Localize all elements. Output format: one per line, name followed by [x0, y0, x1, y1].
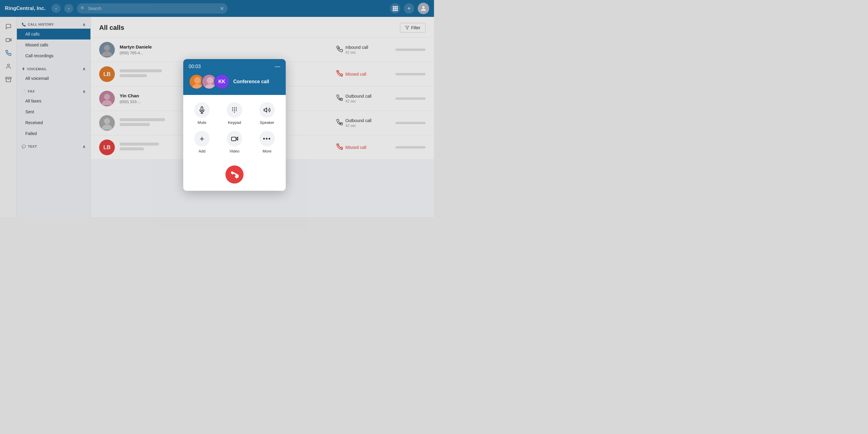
call-info: Martyn Daniele (650) 765-4...	[120, 44, 332, 55]
add-button[interactable]: + Add	[189, 131, 215, 153]
call-timer: 00:03	[189, 64, 201, 69]
section-call-history-label: 📞CALL HISTORY	[22, 23, 54, 27]
mute-label: Mute	[198, 120, 207, 125]
rail-archive[interactable]	[2, 73, 14, 86]
call-type-label: Missed call	[345, 145, 366, 150]
video-icon	[227, 131, 242, 147]
section-call-history: 📞CALL HISTORY ∧	[17, 19, 90, 29]
grid-button[interactable]	[390, 3, 400, 13]
keypad-button[interactable]: Keypad	[221, 102, 248, 125]
rail-chat[interactable]	[2, 21, 14, 33]
table-row[interactable]: Martyn Daniele (650) 765-4... Inbound ca…	[91, 38, 434, 62]
add-button[interactable]: +	[404, 3, 414, 13]
missed-call-icon	[336, 70, 343, 79]
collapse-fax-icon[interactable]: ∧	[83, 89, 86, 94]
placeholder	[120, 123, 150, 126]
placeholder	[120, 143, 159, 146]
avatar: LB	[99, 140, 115, 155]
section-text: 💬TEXT ∧	[17, 141, 90, 151]
search-input[interactable]	[88, 6, 218, 11]
sidebar-item-received[interactable]: Received	[17, 117, 90, 128]
sidebar-item-call-recordings[interactable]: Call recordings	[17, 50, 90, 61]
svg-point-21	[104, 118, 110, 124]
svg-point-12	[7, 64, 9, 66]
back-button[interactable]: ‹	[52, 4, 61, 13]
section-fax-label: 📄FAX	[22, 90, 35, 93]
svg-rect-4	[395, 8, 396, 9]
mute-icon	[194, 102, 210, 118]
call-type-info: Inbound call 42 sec	[345, 45, 368, 55]
sidebar-item-all-faxes[interactable]: All faxes	[17, 96, 90, 106]
svg-rect-3	[393, 8, 394, 9]
placeholder	[120, 74, 147, 77]
sidebar: 📞CALL HISTORY ∧ All calls Missed calls C…	[17, 17, 91, 217]
call-duration-bar	[396, 49, 426, 51]
svg-rect-7	[395, 10, 396, 11]
sidebar-item-all-calls[interactable]: All calls	[17, 29, 90, 39]
topbar-right: +	[390, 3, 429, 14]
call-detail: Missed call	[336, 70, 391, 79]
collapse-text-icon[interactable]: ∧	[83, 144, 86, 149]
call-type-icon	[336, 46, 343, 54]
end-call-button[interactable]	[225, 165, 244, 184]
more-label: More	[262, 149, 272, 153]
section-text-label: 💬TEXT	[22, 145, 37, 149]
missed-call-icon	[336, 144, 343, 152]
collapse-voicemail-icon[interactable]: ∧	[83, 67, 86, 71]
mute-button[interactable]: Mute	[189, 102, 215, 125]
svg-point-35	[234, 110, 235, 111]
svg-point-29	[234, 107, 235, 108]
call-detail: Inbound call 42 sec	[336, 45, 391, 55]
avatar	[99, 91, 115, 106]
sidebar-item-sent[interactable]: Sent	[17, 106, 90, 117]
svg-rect-0	[393, 6, 394, 7]
sidebar-item-failed[interactable]: Failed	[17, 128, 90, 139]
svg-point-34	[232, 110, 233, 111]
rail-contacts[interactable]	[2, 60, 14, 72]
clear-search-icon[interactable]: ✕	[220, 6, 224, 11]
svg-point-24	[194, 77, 201, 84]
placeholder	[120, 147, 144, 150]
rail-phone[interactable]	[2, 47, 14, 59]
call-type-icon	[336, 119, 343, 127]
add-label: Add	[198, 149, 205, 153]
call-detail: Outbound call 42 sec	[336, 94, 391, 103]
svg-rect-39	[231, 137, 236, 141]
conference-popup: 00:03 — KK Conference call Mute	[183, 59, 286, 191]
end-call-row	[183, 161, 286, 191]
keypad-label: Keypad	[228, 120, 241, 125]
video-label: Video	[229, 149, 239, 153]
sidebar-item-missed-calls[interactable]: Missed calls	[17, 39, 90, 50]
icon-rail	[0, 17, 17, 217]
section-voicemail-label: 🎙VOICEMAIL	[22, 67, 47, 71]
svg-point-32	[234, 109, 235, 110]
participant-3-avatar: KK	[214, 74, 230, 90]
call-type-info: Missed call	[345, 145, 366, 150]
rail-video[interactable]	[2, 34, 14, 46]
call-type-label: Missed call	[345, 72, 366, 76]
svg-point-9	[422, 6, 425, 8]
section-fax: 📄FAX ∧	[17, 86, 90, 96]
minimize-button[interactable]: —	[275, 63, 280, 70]
svg-rect-10	[6, 38, 10, 41]
more-button[interactable]: ••• More	[254, 131, 280, 153]
svg-rect-8	[396, 10, 398, 11]
video-button[interactable]: Video	[221, 131, 248, 153]
speaker-icon	[259, 102, 275, 118]
user-avatar[interactable]	[418, 3, 429, 14]
forward-button[interactable]: ›	[64, 4, 73, 13]
section-voicemail: 🎙VOICEMAIL ∧	[17, 64, 90, 73]
call-detail: Missed call	[336, 144, 391, 152]
avatar	[99, 115, 115, 131]
speaker-button[interactable]: Speaker	[254, 102, 280, 125]
svg-point-25	[207, 77, 213, 84]
svg-point-28	[232, 107, 233, 108]
svg-rect-5	[396, 8, 398, 9]
keypad-icon	[227, 102, 242, 118]
avatar: LB	[99, 66, 115, 82]
collapse-call-history-icon[interactable]: ∧	[83, 22, 86, 27]
call-duration: 42 sec	[345, 124, 371, 128]
call-duration-bar	[396, 146, 426, 149]
sidebar-item-all-voicemail[interactable]: All voicemail	[17, 73, 90, 84]
filter-button[interactable]: Filter	[400, 23, 426, 33]
